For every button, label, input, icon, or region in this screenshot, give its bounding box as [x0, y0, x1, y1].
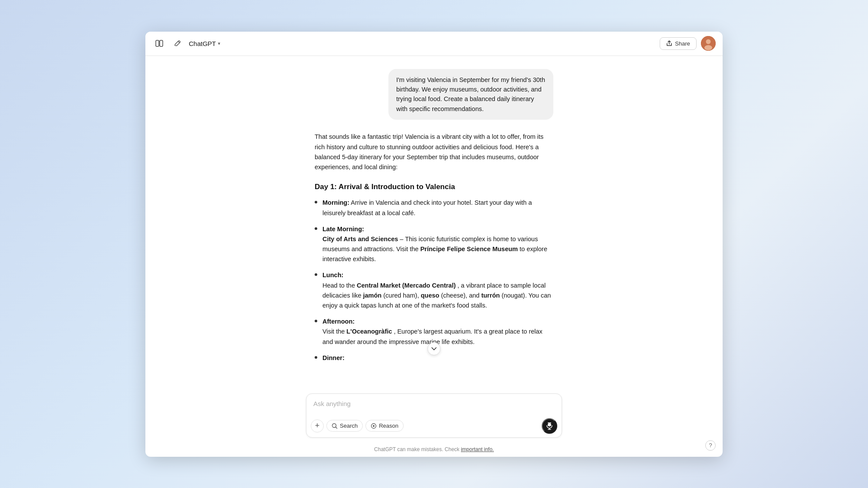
- share-button[interactable]: Share: [660, 37, 697, 50]
- svg-point-7: [373, 425, 375, 427]
- li-text-lunch-1: Head to the: [322, 282, 357, 289]
- li-content-lunch: Lunch: Head to the Central Market (Merca…: [322, 270, 553, 311]
- assistant-response: That sounds like a fantastic trip! Valen…: [315, 132, 553, 378]
- user-message-text: I'm visiting Valencia in September for m…: [396, 76, 545, 112]
- app-title-text: ChatGPT: [189, 40, 216, 47]
- list-item: Late Morning: City of Arts and Sciences …: [315, 224, 553, 265]
- mic-icon: [546, 422, 553, 430]
- attach-button[interactable]: +: [311, 419, 324, 432]
- plus-icon: +: [315, 421, 320, 430]
- bullet-dot: [315, 227, 317, 230]
- user-avatar[interactable]: [701, 36, 716, 51]
- li-text-afternoon-1: Visit the: [322, 328, 346, 335]
- li-text-queso: queso: [421, 292, 439, 299]
- li-label-dinner: Dinner:: [322, 354, 345, 361]
- li-label-afternoon: Afternoon:: [322, 318, 355, 325]
- li-text-turron: turrón: [481, 292, 500, 299]
- search-label: Search: [340, 422, 358, 429]
- search-button[interactable]: Search: [326, 420, 363, 432]
- svg-point-3: [706, 39, 711, 44]
- li-content-afternoon: Afternoon: Visit the L'Oceanogràfic , Eu…: [322, 317, 553, 347]
- search-icon: [332, 423, 338, 429]
- response-intro: That sounds like a fantastic trip! Valen…: [315, 132, 553, 172]
- li-label-late-morning: Late Morning:: [322, 226, 364, 233]
- li-content-late-morning: Late Morning: City of Arts and Sciences …: [322, 224, 553, 265]
- bullet-dot: [315, 201, 317, 203]
- user-message-wrapper: I'm visiting Valencia in September for m…: [315, 69, 553, 120]
- app-title-button[interactable]: ChatGPT ▾: [189, 40, 220, 47]
- reason-label: Reason: [379, 422, 398, 429]
- titlebar: ChatGPT ▾ Share: [145, 32, 723, 56]
- li-text-jamon: jamón: [363, 292, 382, 299]
- chat-area: I'm visiting Valencia in September for m…: [306, 69, 562, 378]
- share-label: Share: [675, 40, 690, 47]
- input-area: Ask anything + Search: [145, 389, 723, 444]
- li-text-lunch-3: (cured ham),: [383, 292, 421, 299]
- input-placeholder: Ask anything: [313, 400, 351, 407]
- li-content-morning: Morning: Arrive in Valencia and check in…: [322, 198, 553, 218]
- svg-point-4: [704, 45, 712, 50]
- svg-rect-9: [548, 423, 551, 426]
- day1-list: Morning: Arrive in Valencia and check in…: [315, 198, 553, 363]
- li-text-central-market: Central Market (Mercado Central): [357, 282, 456, 289]
- li-content-dinner: Dinner:: [322, 353, 553, 363]
- list-item: Lunch: Head to the Central Market (Merca…: [315, 270, 553, 311]
- help-button[interactable]: ?: [705, 440, 716, 451]
- titlebar-right: Share: [660, 36, 716, 51]
- li-text-oceanografic: L'Oceanogràfic: [346, 328, 392, 335]
- main-content[interactable]: I'm visiting Valencia in September for m…: [145, 56, 723, 389]
- sidebar-toggle-button[interactable]: [152, 36, 166, 50]
- li-label-morning: Morning:: [322, 199, 349, 206]
- li-label-lunch: Lunch:: [322, 272, 343, 278]
- li-text-principe: Príncipe Felipe Science Museum: [420, 246, 518, 252]
- li-text-lunch-4: (cheese), and: [441, 292, 481, 299]
- day1-title: Day 1: Arrival & Introduction to Valenci…: [315, 181, 553, 193]
- input-box: Ask anything + Search: [306, 393, 562, 438]
- titlebar-left: ChatGPT ▾: [152, 36, 220, 50]
- li-text-morning: Arrive in Valencia and check into your h…: [322, 199, 532, 216]
- bullet-dot: [315, 356, 317, 359]
- footer: ChatGPT can make mistakes. Check importa…: [145, 444, 723, 457]
- footer-link[interactable]: important info.: [461, 446, 494, 452]
- help-icon: ?: [709, 442, 712, 449]
- reason-icon: [371, 423, 377, 429]
- mic-button[interactable]: [542, 418, 557, 434]
- scroll-down-button[interactable]: [427, 342, 441, 355]
- app-title-chevron: ▾: [218, 41, 220, 46]
- list-item: Morning: Arrive in Valencia and check in…: [315, 198, 553, 218]
- svg-rect-8: [548, 422, 551, 423]
- svg-rect-1: [160, 40, 163, 46]
- input-text-area[interactable]: Ask anything: [306, 394, 562, 416]
- input-toolbar: + Search Reason: [306, 416, 562, 437]
- bullet-dot: [315, 273, 317, 276]
- app-window: ChatGPT ▾ Share: [145, 32, 723, 457]
- user-message: I'm visiting Valencia in September for m…: [388, 69, 553, 120]
- new-chat-button[interactable]: [171, 36, 184, 50]
- reason-button[interactable]: Reason: [365, 420, 404, 432]
- svg-rect-0: [156, 40, 159, 46]
- footer-text: ChatGPT can make mistakes. Check: [374, 446, 461, 452]
- bullet-dot: [315, 320, 317, 322]
- li-text-city-arts: City of Arts and Sciences: [322, 236, 398, 242]
